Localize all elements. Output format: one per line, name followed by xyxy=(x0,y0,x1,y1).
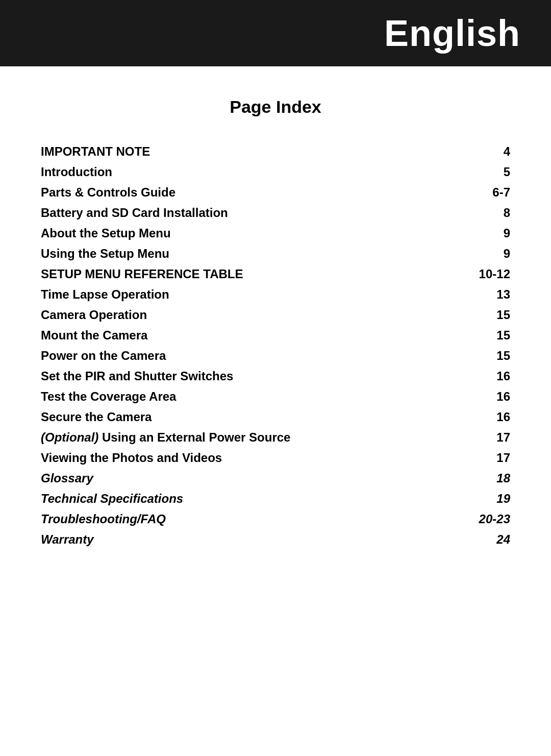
toc-row-viewing-photos-videos: Viewing the Photos and Videos17 xyxy=(41,448,510,468)
toc-page-set-pir-shutter: 16 xyxy=(469,366,510,386)
toc-label-glossary: Glossary xyxy=(41,468,469,489)
toc-label-setup-menu-ref: SETUP MENU REFERENCE TABLE xyxy=(41,264,469,284)
toc-row-set-pir-shutter: Set the PIR and Shutter Switches16 xyxy=(41,366,510,386)
toc-label-parts-controls: Parts & Controls Guide xyxy=(41,182,469,203)
toc-row-time-lapse: Time Lapse Operation13 xyxy=(41,284,510,305)
toc-label-power-on-camera: Power on the Camera xyxy=(41,346,469,366)
toc-label-camera-operation: Camera Operation xyxy=(41,305,469,325)
table-of-contents: IMPORTANT NOTE4Introduction5Parts & Cont… xyxy=(41,141,510,550)
header-bar: English xyxy=(0,0,551,66)
toc-label-warranty: Warranty xyxy=(41,529,469,550)
toc-row-power-on-camera: Power on the Camera15 xyxy=(41,346,510,366)
toc-row-mount-camera: Mount the Camera15 xyxy=(41,325,510,346)
toc-row-introduction: Introduction5 xyxy=(41,162,510,182)
toc-row-technical-specs: Technical Specifications19 xyxy=(41,489,510,509)
toc-label-mount-camera: Mount the Camera xyxy=(41,325,469,346)
toc-label-viewing-photos-videos: Viewing the Photos and Videos xyxy=(41,448,469,468)
toc-label-about-setup-menu: About the Setup Menu xyxy=(41,223,469,243)
toc-page-troubleshooting: 20-23 xyxy=(469,509,510,529)
toc-page-camera-operation: 15 xyxy=(469,305,510,325)
toc-page-battery-sd: 8 xyxy=(469,203,510,223)
page-index-section: Page Index IMPORTANT NOTE4Introduction5P… xyxy=(0,66,551,580)
toc-row-about-setup-menu: About the Setup Menu9 xyxy=(41,223,510,243)
toc-page-optional-external-power: 17 xyxy=(469,427,510,448)
toc-label-important-note: IMPORTANT NOTE xyxy=(41,141,469,162)
toc-label-optional-external-power: (Optional) Using an External Power Sourc… xyxy=(41,427,469,448)
toc-row-setup-menu-ref: SETUP MENU REFERENCE TABLE10-12 xyxy=(41,264,510,284)
toc-page-test-coverage: 16 xyxy=(469,386,510,407)
toc-page-power-on-camera: 15 xyxy=(469,346,510,366)
toc-label-time-lapse: Time Lapse Operation xyxy=(41,284,469,305)
toc-page-warranty: 24 xyxy=(469,529,510,550)
toc-page-technical-specs: 19 xyxy=(469,489,510,509)
toc-row-test-coverage: Test the Coverage Area16 xyxy=(41,386,510,407)
page-index-heading: Page Index xyxy=(41,97,510,117)
toc-page-viewing-photos-videos: 17 xyxy=(469,448,510,468)
toc-page-glossary: 18 xyxy=(469,468,510,489)
toc-label-battery-sd: Battery and SD Card Installation xyxy=(41,203,469,223)
toc-page-time-lapse: 13 xyxy=(469,284,510,305)
toc-row-camera-operation: Camera Operation15 xyxy=(41,305,510,325)
toc-row-warranty: Warranty24 xyxy=(41,529,510,550)
toc-row-using-setup-menu: Using the Setup Menu9 xyxy=(41,243,510,264)
toc-row-parts-controls: Parts & Controls Guide6-7 xyxy=(41,182,510,203)
toc-page-important-note: 4 xyxy=(469,141,510,162)
toc-label-technical-specs: Technical Specifications xyxy=(41,489,469,509)
toc-row-important-note: IMPORTANT NOTE4 xyxy=(41,141,510,162)
toc-label-secure-camera: Secure the Camera xyxy=(41,407,469,427)
toc-page-about-setup-menu: 9 xyxy=(469,223,510,243)
toc-page-parts-controls: 6-7 xyxy=(469,182,510,203)
toc-row-secure-camera: Secure the Camera16 xyxy=(41,407,510,427)
toc-page-using-setup-menu: 9 xyxy=(469,243,510,264)
toc-page-secure-camera: 16 xyxy=(469,407,510,427)
toc-label-introduction: Introduction xyxy=(41,162,469,182)
language-title: English xyxy=(384,12,520,54)
toc-page-setup-menu-ref: 10-12 xyxy=(469,264,510,284)
toc-row-battery-sd: Battery and SD Card Installation8 xyxy=(41,203,510,223)
toc-label-troubleshooting: Troubleshooting/FAQ xyxy=(41,509,469,529)
toc-label-using-setup-menu: Using the Setup Menu xyxy=(41,243,469,264)
toc-label-test-coverage: Test the Coverage Area xyxy=(41,386,469,407)
toc-row-troubleshooting: Troubleshooting/FAQ20-23 xyxy=(41,509,510,529)
toc-page-introduction: 5 xyxy=(469,162,510,182)
toc-page-mount-camera: 15 xyxy=(469,325,510,346)
toc-row-glossary: Glossary18 xyxy=(41,468,510,489)
toc-row-optional-external-power: (Optional) Using an External Power Sourc… xyxy=(41,427,510,448)
toc-label-set-pir-shutter: Set the PIR and Shutter Switches xyxy=(41,366,469,386)
